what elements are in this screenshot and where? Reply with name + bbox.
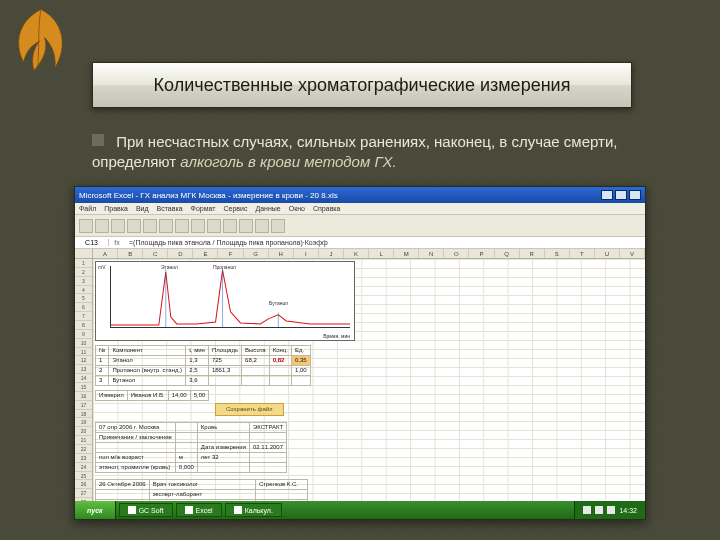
col-header[interactable]: U <box>595 249 620 258</box>
row-header[interactable]: 4 <box>75 286 92 295</box>
col-header[interactable]: K <box>344 249 369 258</box>
tray-icon[interactable] <box>583 506 591 514</box>
zoom-icon[interactable] <box>271 219 285 233</box>
menu-item[interactable]: Правка <box>104 205 128 212</box>
copy-icon[interactable] <box>159 219 173 233</box>
col-header[interactable]: J <box>319 249 344 258</box>
col-header[interactable]: F <box>218 249 243 258</box>
menu-item[interactable]: Формат <box>191 205 216 212</box>
maximize-button[interactable] <box>615 190 627 200</box>
row-header[interactable]: 17 <box>75 401 92 410</box>
menu-item[interactable]: Вид <box>136 205 149 212</box>
cut-icon[interactable] <box>143 219 157 233</box>
row-header[interactable]: 19 <box>75 418 92 427</box>
col-header[interactable]: I <box>294 249 319 258</box>
row-header[interactable]: 9 <box>75 330 92 339</box>
column-headers: A B C D E F G H I J K L M N O P Q R S T … <box>75 249 645 259</box>
col-header[interactable]: V <box>620 249 645 258</box>
row-header[interactable]: 22 <box>75 445 92 454</box>
slide-title: Количественные хроматографические измере… <box>154 75 571 96</box>
col-header[interactable]: M <box>394 249 419 258</box>
row-header[interactable]: 24 <box>75 463 92 472</box>
col-header[interactable]: G <box>244 249 269 258</box>
row-header[interactable]: 21 <box>75 436 92 445</box>
bullet-text-emph: алкоголь в крови методом ГХ. <box>180 153 396 170</box>
print-icon[interactable] <box>127 219 141 233</box>
paste-icon[interactable] <box>175 219 189 233</box>
chart-icon[interactable] <box>255 219 269 233</box>
row-header[interactable]: 10 <box>75 339 92 348</box>
minimize-button[interactable] <box>601 190 613 200</box>
table-row: 2Пропанол (внутр. станд.)2,5 1861,31,00 <box>96 366 311 376</box>
row-header[interactable]: 13 <box>75 365 92 374</box>
select-all-corner[interactable] <box>75 249 93 258</box>
taskbar-item[interactable]: Калькул. <box>225 503 282 517</box>
tray-icon[interactable] <box>607 506 615 514</box>
slide-bullet: При несчастных случаях, сильных ранениях… <box>92 132 632 173</box>
fx-icon[interactable]: fx <box>109 239 125 246</box>
menu-item[interactable]: Справка <box>313 205 340 212</box>
col-header[interactable]: D <box>168 249 193 258</box>
row-header[interactable]: 27 <box>75 489 92 498</box>
window-titlebar[interactable]: Microsoft Excel - ГХ анализ МГК Москва -… <box>75 187 645 203</box>
col-header[interactable]: L <box>369 249 394 258</box>
taskbar-item[interactable]: Excel <box>176 503 222 517</box>
row-header[interactable]: 14 <box>75 374 92 383</box>
row-header[interactable]: 6 <box>75 303 92 312</box>
col-header[interactable]: O <box>444 249 469 258</box>
menu-bar: Файл Правка Вид Вставка Формат Сервис Да… <box>75 203 645 215</box>
save-file-button[interactable]: Сохранить файл <box>215 403 284 416</box>
close-button[interactable] <box>629 190 641 200</box>
row-headers: 1234567891011121314151617181920212223242… <box>75 259 93 507</box>
col-header[interactable]: B <box>118 249 143 258</box>
formula-input[interactable]: =(Площадь пика этанола / Площадь пика пр… <box>125 239 645 246</box>
menu-item[interactable]: Сервис <box>223 205 247 212</box>
col-header[interactable]: R <box>520 249 545 258</box>
menu-item[interactable]: Файл <box>79 205 96 212</box>
col-header[interactable]: T <box>570 249 595 258</box>
spreadsheet-cells[interactable]: Этанол Пропанол Бутанол mV Время, мин №К… <box>93 259 645 507</box>
redo-icon[interactable] <box>207 219 221 233</box>
embedded-chromatogram-chart[interactable]: Этанол Пропанол Бутанол mV Время, мин <box>95 261 355 341</box>
taskbar-item[interactable]: GC Soft <box>119 503 173 517</box>
save-icon[interactable] <box>111 219 125 233</box>
new-icon[interactable] <box>79 219 93 233</box>
col-header[interactable]: S <box>545 249 570 258</box>
row-header[interactable]: 3 <box>75 277 92 286</box>
row-header[interactable]: 18 <box>75 410 92 419</box>
open-icon[interactable] <box>95 219 109 233</box>
app-icon <box>185 506 193 514</box>
row-header[interactable]: 2 <box>75 268 92 277</box>
col-header[interactable]: C <box>143 249 168 258</box>
row-header[interactable]: 15 <box>75 383 92 392</box>
row-header[interactable]: 5 <box>75 294 92 303</box>
row-header[interactable]: 25 <box>75 472 92 481</box>
col-header[interactable]: P <box>469 249 494 258</box>
peak-label: Этанол <box>161 264 178 270</box>
col-header[interactable]: Q <box>495 249 520 258</box>
menu-item[interactable]: Вставка <box>157 205 183 212</box>
tray-icon[interactable] <box>595 506 603 514</box>
col-header[interactable]: N <box>419 249 444 258</box>
start-button[interactable]: пуск <box>75 501 116 519</box>
sort-icon[interactable] <box>239 219 253 233</box>
row-header[interactable]: 7 <box>75 312 92 321</box>
col-header[interactable]: H <box>269 249 294 258</box>
name-box[interactable]: C13 <box>75 239 109 246</box>
row-header[interactable]: 23 <box>75 454 92 463</box>
row-header[interactable]: 12 <box>75 356 92 365</box>
col-header[interactable]: E <box>193 249 218 258</box>
row-header[interactable]: 20 <box>75 427 92 436</box>
sum-icon[interactable] <box>223 219 237 233</box>
row-header[interactable]: 26 <box>75 480 92 489</box>
undo-icon[interactable] <box>191 219 205 233</box>
col-header[interactable]: A <box>93 249 118 258</box>
row-header[interactable]: 16 <box>75 392 92 401</box>
row-header[interactable]: 8 <box>75 321 92 330</box>
bullet-icon <box>92 134 104 146</box>
menu-item[interactable]: Окно <box>289 205 305 212</box>
row-header[interactable]: 1 <box>75 259 92 268</box>
system-tray[interactable]: 14:32 <box>574 501 645 519</box>
row-header[interactable]: 11 <box>75 348 92 357</box>
menu-item[interactable]: Данные <box>255 205 280 212</box>
